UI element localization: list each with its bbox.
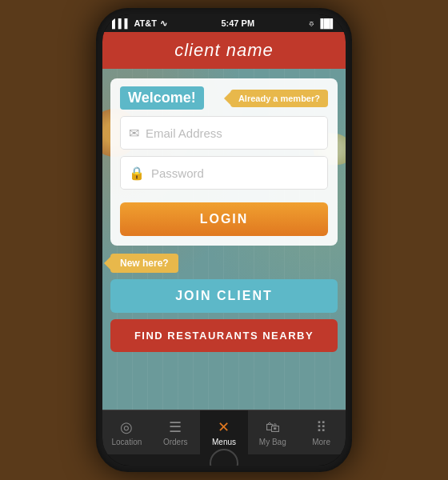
status-left: ▌▌▌ AT&T ∿ [112, 18, 167, 29]
bluetooth-icon: ⎑ [309, 18, 314, 28]
main-content: Welcome! Already a member? ✉ 🔒 LOGIN [102, 69, 346, 410]
welcome-label: Welcome! [120, 86, 204, 110]
tab-bar: ◎ Location ☰ Orders ✕ Menus 🛍 My Bag ⠿ M… [102, 410, 346, 454]
card-header: Welcome! Already a member? [110, 78, 338, 116]
lock-icon: 🔒 [129, 166, 145, 181]
tab-menus[interactable]: ✕ Menus [200, 410, 249, 454]
tab-my-bag-label: My Bag [259, 438, 286, 446]
tab-orders[interactable]: ☰ Orders [151, 410, 200, 454]
tab-location-label: Location [111, 438, 142, 446]
wifi-icon: ∿ [160, 18, 167, 29]
home-indicator [102, 454, 346, 466]
login-button[interactable]: LOGIN [120, 202, 328, 236]
status-right: ⎑ ▐█▌ [309, 18, 336, 28]
status-time: 5:47 PM [221, 18, 254, 28]
email-input-row: ✉ [120, 116, 328, 150]
carrier-label: AT&T [134, 18, 157, 28]
tab-my-bag[interactable]: 🛍 My Bag [248, 410, 297, 454]
bag-icon: 🛍 [266, 419, 280, 436]
input-group: ✉ 🔒 [110, 116, 338, 199]
orders-icon: ☰ [169, 418, 182, 436]
phone-screen: ▌▌▌ AT&T ∿ 5:47 PM ⎑ ▐█▌ client name Wel… [102, 14, 346, 466]
more-icon: ⠿ [316, 418, 326, 436]
new-here-badge: New here? [110, 254, 178, 273]
find-restaurants-button[interactable]: FIND RESTAURANTS NEARBY [110, 319, 338, 352]
email-icon: ✉ [129, 126, 139, 141]
tab-orders-label: Orders [163, 438, 188, 446]
signal-bars: ▌▌▌ [112, 18, 130, 28]
password-input[interactable] [151, 166, 319, 180]
tab-location[interactable]: ◎ Location [102, 410, 151, 454]
login-card: Welcome! Already a member? ✉ 🔒 LOGIN [110, 78, 338, 246]
location-icon: ◎ [120, 418, 133, 436]
menus-icon: ✕ [218, 418, 230, 436]
app-title: client name [110, 40, 338, 61]
phone-frame: ▌▌▌ AT&T ∿ 5:47 PM ⎑ ▐█▌ client name Wel… [96, 8, 352, 472]
tab-more-label: More [312, 438, 330, 446]
bottom-section: New here? JOIN CLIENT FIND RESTAURANTS N… [110, 254, 338, 352]
app-header: client name [102, 32, 346, 69]
password-input-row: 🔒 [120, 156, 328, 190]
tab-menus-label: Menus [212, 438, 236, 446]
status-bar: ▌▌▌ AT&T ∿ 5:47 PM ⎑ ▐█▌ [102, 14, 346, 32]
email-input[interactable] [146, 126, 319, 140]
battery-icon: ▐█▌ [318, 18, 336, 28]
already-member-label[interactable]: Already a member? [230, 90, 328, 107]
tab-more[interactable]: ⠿ More [297, 410, 346, 454]
join-client-button[interactable]: JOIN CLIENT [110, 279, 338, 313]
